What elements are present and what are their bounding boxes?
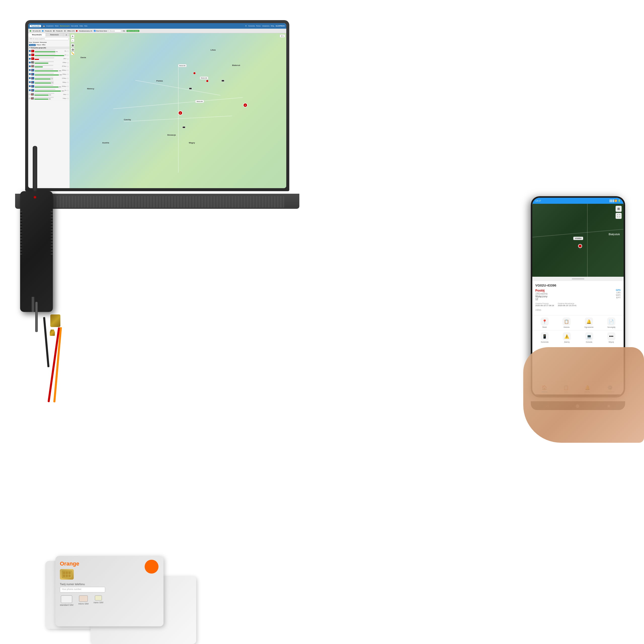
phone-layers-btn[interactable]: ⊞: [616, 206, 622, 212]
device-menu[interactable]: ⋮: [67, 89, 69, 91]
car-marker-2[interactable]: [182, 126, 185, 128]
phone-action-komenda[interactable]: 📱 Komenda: [541, 332, 549, 343]
map-marker-1[interactable]: [193, 72, 196, 74]
device-menu[interactable]: ⋮: [67, 69, 69, 71]
device-name: [35, 54, 55, 55]
car-marker-3[interactable]: [221, 80, 224, 82]
device-icon: 🚗: [31, 54, 34, 56]
nav-monitoring[interactable]: Monitorowanie: [60, 25, 70, 27]
sim-chip-contacts: [62, 571, 72, 578]
historia-icon: 📋: [562, 317, 571, 326]
nav-device[interactable]: Urządzenie: [46, 25, 54, 27]
nav-video[interactable]: Video: [79, 25, 83, 27]
nav-fleet[interactable]: flota: [85, 25, 87, 27]
device-checkbox[interactable]: [29, 65, 31, 67]
pomoc-btn[interactable]: Pomoc: [256, 25, 261, 27]
gold-connector: [50, 330, 55, 336]
tab-close[interactable]: ✕: [63, 33, 69, 36]
device-time: 2h+: [65, 50, 67, 52]
sort-label[interactable]: Sortowanie: [33, 42, 39, 43]
new-group-btn[interactable]: Nowa grupa: [40, 42, 47, 43]
device-checkbox[interactable]: [29, 85, 31, 87]
search-field[interactable]: [109, 30, 121, 32]
nav-home[interactable]: 🏠: [43, 25, 45, 27]
device-menu[interactable]: ⋮: [67, 93, 69, 95]
phone-fullscreen-btn[interactable]: ⛶: [616, 213, 622, 219]
device-checkbox[interactable]: [29, 94, 30, 95]
device-menu[interactable]: ⋮: [67, 62, 69, 63]
measure-button[interactable]: 📏: [71, 52, 74, 55]
phone-action-historia[interactable]: 📋 Historia: [562, 317, 571, 328]
tracker-led: [34, 196, 36, 198]
device-checkbox[interactable]: [29, 89, 31, 91]
device-menu[interactable]: ⋮: [67, 85, 69, 87]
show-device-name-checkbox[interactable]: Show Device Name: [94, 30, 107, 32]
orange-logo-circle: [145, 560, 158, 574]
komenda-btn[interactable]: Komenda: [248, 25, 255, 27]
cluster-marker-1[interactable]: 2: [178, 111, 183, 115]
device-checkbox[interactable]: [29, 77, 31, 79]
device-menu[interactable]: ⋮: [67, 81, 69, 83]
device-battery: 50%: [34, 94, 63, 96]
device-menu[interactable]: ⋮: [67, 97, 69, 99]
phone-status-text: Postój: [535, 289, 547, 292]
device-search-input[interactable]: [29, 37, 69, 40]
phone-status-bar: 13:17 ▐▐▐ 📶 🔋: [532, 198, 624, 204]
tab-all[interactable]: Wszystko(21): [28, 33, 46, 36]
layers-button[interactable]: ⊞: [71, 44, 74, 47]
sim-format-nano: nano SIM: [94, 595, 103, 606]
car-marker-1[interactable]: [189, 88, 192, 90]
search-icon[interactable]: 🔍: [245, 25, 247, 27]
filter-offline[interactable]: Offline: [42, 44, 45, 46]
phone-slide-handle-area[interactable]: [532, 277, 624, 281]
device-checkbox[interactable]: [29, 81, 31, 83]
battery-bar: [34, 99, 48, 100]
phone-action-konsola[interactable]: 💻 Konsola: [585, 332, 593, 343]
device-menu[interactable]: ⋮: [67, 58, 69, 60]
tab-tracking[interactable]: Śledzenie(3): [46, 33, 63, 36]
cluster-marker-2[interactable]: 3: [243, 103, 248, 107]
device-checkbox[interactable]: [29, 69, 31, 71]
battery-bar: [35, 87, 59, 88]
sim-phone-input[interactable]: Your phone number: [60, 587, 105, 592]
device-menu[interactable]: ⋮: [67, 73, 69, 75]
device-checkbox[interactable]: [29, 50, 31, 52]
tracker-body: [20, 191, 53, 312]
filter-connected[interactable]: Połączo: [36, 44, 41, 46]
back-to-old-version[interactable]: Back to old version: [127, 30, 139, 32]
device-menu[interactable]: ⋮: [67, 77, 69, 79]
zoom-out-button[interactable]: -: [71, 38, 74, 42]
device-menu[interactable]: ⋮: [67, 50, 69, 52]
nav-geofence[interactable]: Geo-strefa: [71, 25, 78, 27]
phone-action-sledz[interactable]: 📍 Śledź: [541, 317, 549, 328]
phone-map-marker[interactable]: [578, 244, 582, 248]
device-checkbox[interactable]: [29, 58, 31, 60]
ustawienia-btn[interactable]: Ustawienia: [262, 25, 269, 27]
sidebar-controls: Ikona Sortowanie Nowa grupa: [28, 41, 69, 44]
location-button[interactable]: ◎: [71, 48, 74, 51]
phone-action-szczegoly[interactable]: 📄 Szczegóły: [607, 317, 615, 328]
device-menu[interactable]: ⋮: [67, 54, 69, 56]
device-icon: 🏍: [31, 61, 34, 64]
battery-bar: [35, 55, 64, 56]
sim-phone-label: Twój numer telefonu: [60, 583, 159, 586]
device-info: [35, 65, 61, 67]
zoom-in-button[interactable]: +: [71, 34, 74, 38]
nav-client[interactable]: Klient: [55, 25, 59, 27]
device-checkbox[interactable]: [29, 73, 31, 75]
phone-action-alarmy[interactable]: ⚠️ Alarmy: [563, 332, 571, 343]
filter-all[interactable]: Wszystko: [29, 44, 36, 46]
map-area[interactable]: Dania Niemcy Polska Litwa Białoruś Słowa…: [70, 33, 286, 188]
device-checkbox[interactable]: [29, 54, 31, 56]
device-info: 100%: [35, 89, 64, 92]
phone-action-wiecej[interactable]: ••• Więcej: [607, 332, 615, 343]
device-checkbox[interactable]: [29, 62, 31, 63]
phone-map[interactable]: Białystok VG02U ⊞ ⛶: [532, 204, 624, 277]
device-checkbox[interactable]: [29, 98, 30, 99]
hand: [523, 347, 644, 443]
username: ELEXPRESS: [276, 25, 285, 27]
map-road: [178, 64, 179, 173]
device-battery: 50%: [34, 98, 62, 100]
phone-action-ogrodzenie[interactable]: 🔔 Ogrodzenie: [584, 317, 593, 328]
device-menu[interactable]: ⋮: [67, 65, 69, 67]
